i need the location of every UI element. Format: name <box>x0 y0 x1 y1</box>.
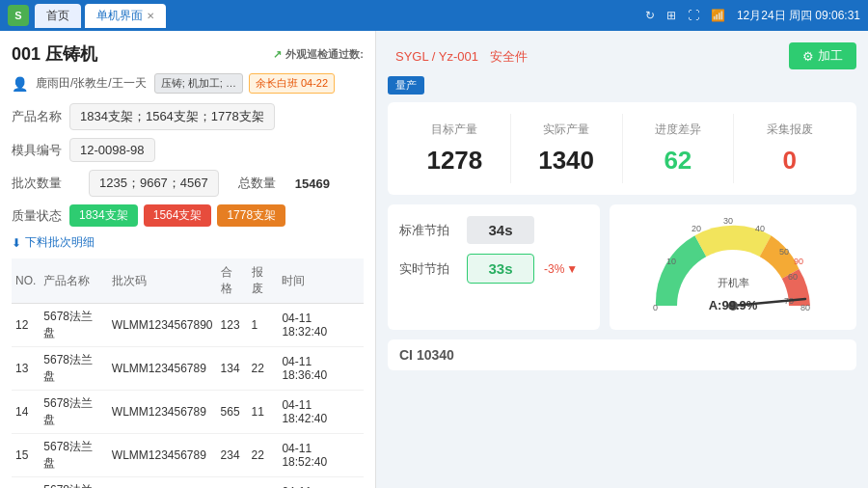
ci-number: CI 10340 <box>399 347 454 363</box>
col-no: NO. <box>12 258 40 304</box>
svg-text:10: 10 <box>666 257 676 266</box>
cell-no: 16 <box>12 477 40 489</box>
cell-product: 5678法兰盘 <box>40 347 107 391</box>
download-link[interactable]: ⬇ 下料批次明细 <box>12 234 364 251</box>
worker-tag-1: 余长白班 04-22 <box>249 73 335 94</box>
svg-text:0: 0 <box>653 303 658 312</box>
worker-icon: 👤 <box>12 76 28 92</box>
right-title-group: SYGL / Yz-001 安全件 <box>388 47 528 66</box>
worker-tags: 压铸; 机加工; … 余长白班 04-22 <box>154 73 335 94</box>
cell-scrap: 22 <box>248 434 279 477</box>
cell-product: 5678法兰盘 <box>40 304 107 347</box>
gauge-section: 0 10 20 30 40 50 60 70 80 90 <box>610 204 856 330</box>
refresh-icon[interactable]: ↻ <box>645 9 655 22</box>
cell-batch: WLMM123456789 <box>108 477 217 489</box>
table-row: 14 5678法兰盘 WLMM123456789 565 11 04-11 18… <box>12 391 364 434</box>
realtime-beat-value: 33s <box>467 254 534 284</box>
external-check: ↗ 外观巡检通过数: <box>273 47 364 62</box>
quality-row: 质量状态 1834支架 1564支架 1778支架 <box>12 204 364 227</box>
cell-time: 04-11 18:36:40 <box>278 347 364 391</box>
right-panel: SYGL / Yz-001 安全件 ⚙ 加工 量产 目标产量 1278 实际产量 <box>376 31 868 488</box>
liangchan-badge: 量产 <box>388 76 424 95</box>
stat-label-1: 实际产量 <box>511 122 622 138</box>
stat-label-2: 进度差异 <box>623 122 734 138</box>
stat-value-2: 62 <box>623 146 734 176</box>
col-product: 产品名称 <box>40 258 107 304</box>
stat-value-3: 0 <box>734 146 845 176</box>
stat-col-2: 进度差异 62 <box>623 114 735 183</box>
cell-product: 5678法兰盘 <box>40 391 107 434</box>
realtime-beat-label: 实时节拍 <box>399 260 457 278</box>
standard-beat-label: 标准节拍 <box>399 222 457 239</box>
stat-value-0: 1278 <box>399 146 510 176</box>
fullscreen-icon[interactable]: ⛶ <box>688 9 699 22</box>
table-header-row: NO. 产品名称 批次码 合格 报废 时间 <box>12 258 364 304</box>
tab-machine[interactable]: 单机界面 ✕ <box>85 4 166 28</box>
total-value: 15469 <box>295 176 330 191</box>
stats-box: 目标产量 1278 实际产量 1340 进度差异 62 采集报废 0 <box>388 102 856 195</box>
product-name-row: 产品名称 1834支架；1564支架；1778支架 <box>12 103 364 130</box>
gear-icon: ⚙ <box>802 49 814 64</box>
layout-icon[interactable]: ⊞ <box>666 9 676 22</box>
check-icon: ↗ <box>273 48 282 61</box>
beat-diff: -3% ▼ <box>544 262 578 276</box>
col-scrap: 报废 <box>248 258 279 304</box>
mold-label: 模具编号 <box>12 142 69 159</box>
worker-tag-0: 压铸; 机加工; … <box>154 73 243 94</box>
table-row: 16 5678法兰盘 WLMM123456789 456 34 04-11 18… <box>12 477 364 489</box>
quality-tag-1: 1564支架 <box>144 204 212 227</box>
right-header: SYGL / Yz-001 安全件 ⚙ 加工 <box>388 42 856 69</box>
svg-text:40: 40 <box>755 224 765 233</box>
app-logo: S <box>8 5 29 26</box>
cell-no: 13 <box>12 347 40 391</box>
cell-time: 04-11 18:52:40 <box>278 434 364 477</box>
col-time: 时间 <box>278 258 364 304</box>
worker-names: 鹿雨田/张教生/王一天 <box>36 75 147 92</box>
bottom-section: 标准节拍 34s 实时节拍 33s -3% ▼ <box>388 204 856 330</box>
quality-label: 质量状态 <box>12 207 69 225</box>
cell-time: 04-11 18:32:40 <box>278 304 364 347</box>
mold-value: 12-0098-98 <box>69 138 155 162</box>
col-batch: 批次码 <box>108 258 217 304</box>
machine-title-row: 001 压铸机 ↗ 外观巡检通过数: <box>12 42 364 66</box>
stat-col-1: 实际产量 1340 <box>511 114 623 183</box>
cell-product: 5678法兰盘 <box>40 434 107 477</box>
stat-col-3: 采集报废 0 <box>734 114 845 183</box>
titlebar: S 首页 单机界面 ✕ ↻ ⊞ ⛶ 📶 12月24日 周四 09:06:31 <box>0 0 868 31</box>
cell-scrap: 22 <box>248 347 279 391</box>
quality-tags: 1834支架 1564支架 1778支架 <box>69 204 285 227</box>
batch-label: 批次数量 <box>12 175 69 192</box>
cell-no: 15 <box>12 434 40 477</box>
worker-row: 👤 鹿雨田/张教生/王一天 压铸; 机加工; … 余长白班 04-22 <box>12 73 364 94</box>
bottom-info-row: CI 10340 <box>388 339 856 370</box>
titlebar-right: ↻ ⊞ ⛶ 📶 12月24日 周四 09:06:31 <box>645 8 860 24</box>
batch-value: 1235；9667；4567 <box>89 170 219 197</box>
svg-text:60: 60 <box>788 272 798 282</box>
cell-scrap: 11 <box>248 391 279 434</box>
cell-ok: 234 <box>217 434 248 477</box>
batch-row: 批次数量 1235；9667；4567 总数量 15469 <box>12 170 364 197</box>
tab-close-icon[interactable]: ✕ <box>147 11 154 21</box>
mold-number-row: 模具编号 12-0098-98 <box>12 138 364 162</box>
tab-home[interactable]: 首页 <box>35 4 81 28</box>
gauge-container: 0 10 20 30 40 50 60 70 80 90 <box>641 214 825 320</box>
beat-gauge-section: 标准节拍 34s 实时节拍 33s -3% ▼ <box>388 204 600 330</box>
total-label: 总数量 <box>238 175 276 192</box>
down-arrow-icon: ▼ <box>566 262 578 276</box>
right-title: SYGL / Yz-001 安全件 <box>388 47 528 64</box>
jiaogong-button[interactable]: ⚙ 加工 <box>789 42 856 69</box>
data-table: NO. 产品名称 批次码 合格 报废 时间 12 5678法兰盘 WLMM123… <box>12 258 364 488</box>
cell-batch: WLMM1234567890 <box>108 304 217 347</box>
left-panel: 001 压铸机 ↗ 外观巡检通过数: 👤 鹿雨田/张教生/王一天 压铸; 机加工… <box>0 31 376 488</box>
realtime-beat-row: 实时节拍 33s -3% ▼ <box>399 254 588 284</box>
main-area: 001 压铸机 ↗ 外观巡检通过数: 👤 鹿雨田/张教生/王一天 压铸; 机加工… <box>0 31 868 488</box>
standard-beat-value: 34s <box>467 216 534 244</box>
stat-col-0: 目标产量 1278 <box>399 114 511 183</box>
table-row: 13 5678法兰盘 WLMM123456789 134 22 04-11 18… <box>12 347 364 391</box>
stats-header-row: 目标产量 1278 实际产量 1340 进度差异 62 采集报废 0 <box>399 114 845 183</box>
cell-ok: 134 <box>217 347 248 391</box>
cell-scrap: 1 <box>248 304 279 347</box>
signal-icon: 📶 <box>711 9 725 22</box>
standard-beat-row: 标准节拍 34s <box>399 216 588 244</box>
svg-text:50: 50 <box>779 247 789 257</box>
